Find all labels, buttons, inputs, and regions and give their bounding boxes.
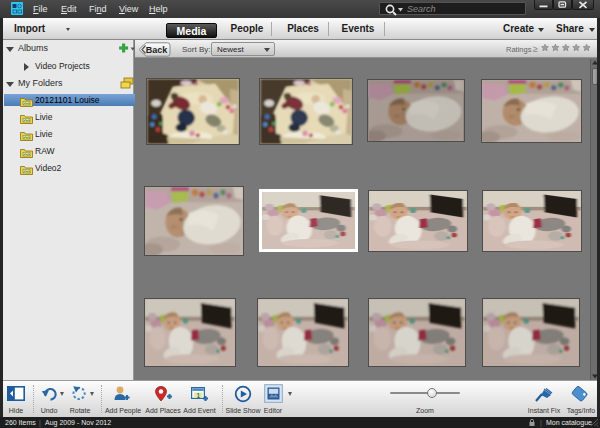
svg-text:Back: Back [146,45,169,55]
svg-text:1: 1 [196,392,200,399]
